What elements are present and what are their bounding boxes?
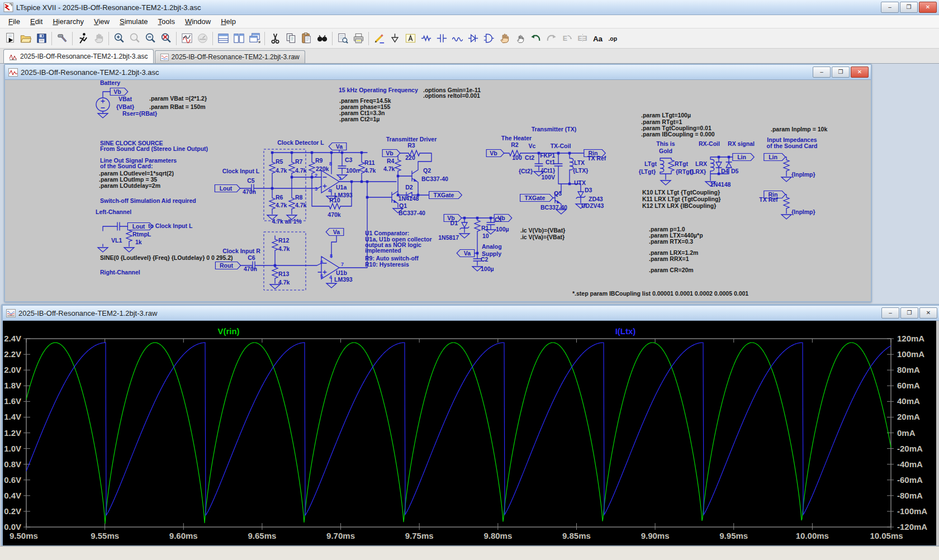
menu-help[interactable]: Help bbox=[216, 16, 241, 27]
net-flag-label: Vb bbox=[490, 150, 497, 156]
plot-background bbox=[3, 321, 936, 545]
schematic-text: K12 LTX LRX {IBCoupling} bbox=[642, 202, 716, 209]
print-preview-icon[interactable] bbox=[335, 31, 350, 46]
menu-tools[interactable]: Tools bbox=[153, 16, 180, 27]
schematic-text: .param RBat = 150m bbox=[149, 103, 206, 110]
zoom-out-icon[interactable] bbox=[143, 31, 158, 46]
schematic-text: {LTgt} bbox=[639, 168, 656, 175]
schematic-text: Right-Channel bbox=[100, 269, 140, 276]
waveform-titlebar[interactable]: 2025-IB-Off-Resonance-TEM2-1.2bjt-3.raw … bbox=[3, 306, 939, 321]
schematic-text: SINE(0 {Loutlevel} {Freq} {LOutdelay} 0 … bbox=[100, 254, 233, 261]
schematic-text: 470k bbox=[328, 211, 341, 218]
schematic-text: The Heater bbox=[501, 135, 532, 141]
schematic-text: R6 bbox=[276, 194, 283, 201]
schematic-title: 2025-IB-Off-Resonance-TEM2-1.2bjt-3.asc bbox=[21, 68, 813, 77]
svg-text:E: E bbox=[577, 35, 582, 42]
open-folder-icon[interactable] bbox=[18, 31, 34, 46]
schematic-text: D3 bbox=[585, 187, 592, 193]
ground-icon[interactable] bbox=[387, 31, 402, 46]
cut-icon[interactable] bbox=[267, 31, 283, 46]
schematic-minimize-button[interactable]: – bbox=[813, 67, 831, 78]
autorange-waveform-icon[interactable] bbox=[179, 31, 195, 46]
schematic-text: 220 bbox=[405, 154, 415, 161]
find-icon[interactable] bbox=[314, 31, 330, 46]
schematic-close-button[interactable]: ✕ bbox=[851, 67, 869, 78]
y-left-tick-label: 1.2V bbox=[4, 428, 21, 438]
inductor-icon[interactable] bbox=[449, 31, 465, 46]
tile-vertical-icon[interactable] bbox=[215, 31, 231, 46]
schematic-text: 6 bbox=[320, 259, 323, 265]
print-icon[interactable] bbox=[350, 31, 366, 46]
schematic-text: This is bbox=[656, 140, 675, 147]
schematic-text: 4 bbox=[329, 274, 332, 280]
tab-schematic[interactable]: 2025-IB-Off-Resonance-TEM2-1.2bjt-3.asc bbox=[3, 49, 154, 63]
schematic-text: 470n bbox=[244, 265, 257, 272]
rotate-icon: E bbox=[559, 31, 575, 46]
schematic-text: C6 bbox=[248, 254, 255, 261]
schematic-restore-button[interactable]: ❐ bbox=[832, 67, 850, 78]
waveform-plot[interactable]: 2.4V120mA2.2V100mA2.0V80mA1.8V60mA1.6V40… bbox=[3, 321, 936, 545]
schematic-text: C3 bbox=[345, 156, 353, 163]
ltspice-app: { "window": { "title": "LTspice XVII - 2… bbox=[0, 0, 939, 560]
schematic-text: D1 bbox=[450, 220, 458, 226]
undo-icon[interactable] bbox=[528, 31, 543, 46]
zoom-full-extents-icon[interactable] bbox=[158, 31, 174, 46]
spice-directive-icon[interactable]: .op bbox=[606, 31, 622, 46]
schematic-canvas[interactable]: VbLoutLoutRoutVaVaVbTXGateVbVbVaVbRinTXG… bbox=[5, 80, 869, 301]
tab-waveform[interactable]: 2025-IB-Off-Resonance-TEM2-1.2bjt-3.raw bbox=[155, 50, 305, 63]
text-icon[interactable]: Aa bbox=[590, 31, 606, 46]
copy-icon[interactable] bbox=[283, 31, 298, 46]
menu-file[interactable]: File bbox=[3, 16, 25, 27]
drag-icon[interactable] bbox=[512, 31, 528, 46]
menu-simulate[interactable]: Simulate bbox=[115, 16, 153, 27]
net-label-icon[interactable] bbox=[402, 31, 418, 46]
svg-text:Aa: Aa bbox=[592, 35, 603, 43]
trace-label-V(rin)[interactable]: V(rin) bbox=[217, 326, 239, 336]
menu-window[interactable]: Window bbox=[180, 16, 216, 27]
schematic-text: .ic V(Vb)={VBat} bbox=[520, 227, 565, 234]
close-button[interactable]: ✕ bbox=[919, 2, 937, 13]
schematic-text: Ct1 bbox=[546, 159, 555, 165]
minimize-button[interactable]: – bbox=[881, 2, 899, 13]
move-icon[interactable] bbox=[496, 31, 512, 46]
trace-label-I(Ltx)[interactable]: I(Ltx) bbox=[615, 326, 636, 336]
menu-view[interactable]: View bbox=[89, 16, 115, 27]
schematic-text: 4.7k all 1% bbox=[272, 218, 302, 225]
schematic-text: VL1 bbox=[111, 237, 122, 244]
y-left-tick-label: 0.6V bbox=[4, 475, 21, 485]
main-titlebar[interactable]: LTspice XVII - 2025-IB-Off-Resonance-TEM… bbox=[0, 0, 939, 15]
schematic-text: 100µ bbox=[496, 226, 509, 232]
new-schematic-icon[interactable] bbox=[2, 31, 18, 46]
schematic-text: BC337-40 bbox=[540, 204, 567, 211]
component-icon[interactable] bbox=[481, 31, 496, 46]
run-icon[interactable] bbox=[75, 31, 91, 46]
schematic-titlebar[interactable]: 2025-IB-Off-Resonance-TEM2-1.2bjt-3.asc … bbox=[5, 65, 871, 80]
schematic-text: U1b bbox=[336, 269, 347, 276]
menu-hierarchy[interactable]: Hierarchy bbox=[48, 16, 89, 27]
schematic-text: to Clock Input L bbox=[148, 222, 193, 229]
menu-edit[interactable]: Edit bbox=[25, 16, 48, 27]
schematic-text: 1N4148 bbox=[399, 195, 419, 202]
diode-icon[interactable] bbox=[465, 31, 481, 46]
cascade-windows-icon[interactable] bbox=[246, 31, 262, 46]
schematic-text: R4 bbox=[387, 158, 395, 164]
tile-horizontal-icon[interactable] bbox=[231, 31, 246, 46]
schematic-text: 1N4148 bbox=[710, 181, 731, 188]
control-panel-icon[interactable] bbox=[54, 31, 70, 46]
waveform-restore-button[interactable]: ❐ bbox=[900, 307, 918, 319]
waveform-minimize-button[interactable]: – bbox=[881, 307, 899, 319]
save-icon[interactable] bbox=[34, 31, 49, 46]
maximize-button[interactable]: ❐ bbox=[900, 2, 918, 13]
schematic-text: BC337-40 bbox=[421, 175, 448, 182]
capacitor-icon[interactable] bbox=[434, 31, 449, 46]
schematic-text: 8 bbox=[330, 253, 333, 259]
paste-icon[interactable] bbox=[298, 31, 314, 46]
resistor-icon[interactable] bbox=[418, 31, 434, 46]
y-left-tick-label: 2.0V bbox=[4, 365, 21, 374]
wire-icon[interactable] bbox=[371, 31, 387, 46]
halt-icon bbox=[91, 31, 106, 46]
schematic-text: {InpImp} bbox=[791, 171, 815, 178]
waveform-close-button[interactable]: ✕ bbox=[919, 307, 937, 319]
zoom-in-icon[interactable] bbox=[111, 31, 127, 46]
schematic-drawing: VbLoutLoutRoutVaVaVbTXGateVbVbVaVbRinTXG… bbox=[5, 80, 869, 301]
